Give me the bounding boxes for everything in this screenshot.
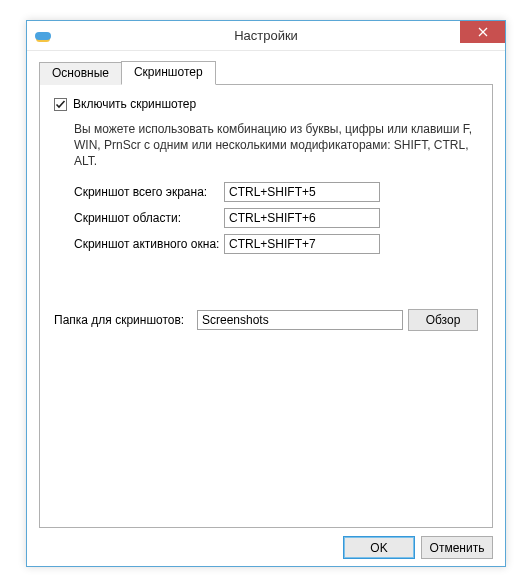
fullscreen-row: Скриншот всего экрана: xyxy=(74,182,478,202)
fullscreen-input[interactable] xyxy=(224,182,380,202)
area-label: Скриншот области: xyxy=(74,211,224,225)
active-window-input[interactable] xyxy=(224,234,380,254)
app-icon xyxy=(35,28,51,44)
tab-general[interactable]: Основные xyxy=(39,62,122,85)
fullscreen-label: Скриншот всего экрана: xyxy=(74,185,224,199)
hint-text: Вы можете использовать комбинацию из бук… xyxy=(74,121,478,170)
settings-window: Настройки Основные Скриншотер Включить с… xyxy=(26,20,506,567)
close-icon xyxy=(478,27,488,37)
tab-bar: Основные Скриншотер xyxy=(39,61,493,85)
browse-button[interactable]: Обзор xyxy=(408,309,478,331)
tab-panel-screenshoter: Включить скриншотер Вы можете использова… xyxy=(39,85,493,528)
enable-screenshoter-checkbox[interactable] xyxy=(54,98,67,111)
folder-row: Папка для скриншотов: Обзор xyxy=(54,309,478,331)
window-title: Настройки xyxy=(27,28,505,43)
enable-screenshoter-label: Включить скриншотер xyxy=(73,97,196,111)
active-window-row: Скриншот активного окна: xyxy=(74,234,478,254)
ok-button[interactable]: OK xyxy=(343,536,415,559)
titlebar: Настройки xyxy=(27,21,505,51)
content-area: Основные Скриншотер Включить скриншотер … xyxy=(27,51,505,571)
enable-screenshoter-row: Включить скриншотер xyxy=(54,97,478,111)
area-row: Скриншот области: xyxy=(74,208,478,228)
folder-input[interactable] xyxy=(197,310,403,330)
active-window-label: Скриншот активного окна: xyxy=(74,237,224,251)
tab-screenshoter[interactable]: Скриншотер xyxy=(121,61,216,85)
cancel-button[interactable]: Отменить xyxy=(421,536,493,559)
close-button[interactable] xyxy=(460,21,505,43)
dialog-footer: OK Отменить xyxy=(39,528,493,559)
area-input[interactable] xyxy=(224,208,380,228)
check-icon xyxy=(55,99,66,110)
folder-label: Папка для скриншотов: xyxy=(54,313,192,327)
